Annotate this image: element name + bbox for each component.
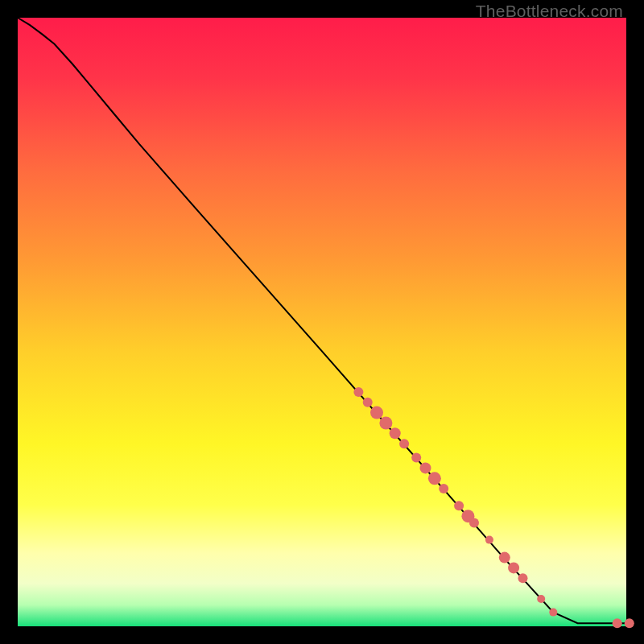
data-point <box>363 398 373 407</box>
chart-stage: TheBottleneck.com <box>0 0 644 644</box>
data-point <box>499 552 510 564</box>
data-point <box>411 453 421 463</box>
data-point <box>537 595 545 603</box>
data-point <box>613 618 622 628</box>
data-point <box>379 417 392 430</box>
watermark-text: TheBottleneck.com <box>476 2 623 21</box>
data-point <box>508 562 519 573</box>
data-point <box>390 427 401 439</box>
data-point <box>549 609 557 617</box>
data-point <box>439 484 448 493</box>
data-point <box>485 536 493 544</box>
data-point <box>454 501 464 510</box>
curve-line <box>18 18 626 623</box>
data-point <box>420 462 431 473</box>
data-point <box>353 387 363 397</box>
data-point <box>625 618 634 628</box>
plot-area <box>18 18 626 626</box>
data-point <box>370 407 383 419</box>
chart-svg <box>18 18 626 626</box>
data-point <box>469 518 479 528</box>
data-point <box>518 573 528 583</box>
data-point <box>428 472 441 485</box>
data-point <box>399 439 409 448</box>
